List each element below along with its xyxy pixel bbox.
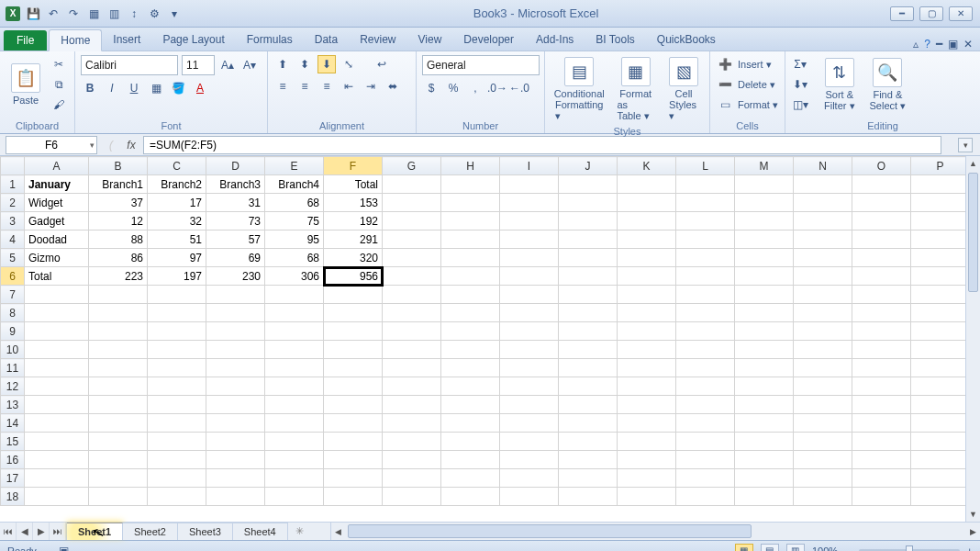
cell[interactable] (618, 396, 676, 414)
cell[interactable] (852, 212, 911, 231)
cell[interactable] (735, 304, 794, 322)
cell[interactable] (618, 249, 676, 267)
column-header[interactable]: P (911, 157, 970, 175)
cell[interactable] (911, 194, 970, 212)
macro-record-icon[interactable]: ▣ (55, 542, 73, 552)
page-break-view-button[interactable]: ▥ (786, 544, 805, 552)
cell[interactable] (852, 175, 911, 194)
cell[interactable]: 291 (324, 231, 383, 249)
cell[interactable]: 95 (265, 231, 324, 249)
increase-indent-icon[interactable]: ⇥ (362, 77, 380, 96)
cell[interactable] (852, 469, 911, 488)
cell[interactable] (735, 231, 794, 249)
cell[interactable] (441, 377, 500, 396)
cell[interactable]: Total (25, 267, 89, 286)
align-bottom-icon[interactable]: ⬇ (317, 55, 336, 73)
cell[interactable] (89, 322, 148, 341)
column-header[interactable]: C (148, 157, 206, 175)
doc-minimize-icon[interactable]: ━ (936, 38, 942, 51)
cell[interactable] (324, 341, 383, 359)
cell[interactable] (148, 286, 206, 304)
cell[interactable] (911, 469, 970, 488)
new-sheet-icon[interactable]: ✳ (288, 523, 312, 540)
number-format-select[interactable] (422, 55, 540, 75)
cell[interactable] (324, 396, 383, 414)
cell[interactable] (676, 469, 735, 488)
cell[interactable] (911, 249, 970, 267)
cell[interactable] (324, 469, 383, 488)
cell[interactable] (559, 249, 618, 267)
fx-icon[interactable]: fx (123, 137, 139, 153)
cell[interactable] (441, 396, 500, 414)
cell[interactable] (794, 469, 852, 488)
cell[interactable]: 69 (206, 249, 265, 267)
cell[interactable] (618, 231, 676, 249)
cell[interactable]: January (25, 175, 89, 194)
cell[interactable]: 223 (89, 267, 148, 286)
cell[interactable] (148, 322, 206, 341)
cell[interactable] (324, 433, 383, 451)
sheet-nav-prev-icon[interactable]: ◀ (17, 523, 33, 540)
cell[interactable] (383, 469, 441, 488)
cell[interactable] (89, 414, 148, 433)
increase-decimal-icon[interactable]: .0→ (488, 79, 507, 97)
scroll-down-icon[interactable]: ▼ (966, 507, 980, 522)
cell[interactable] (559, 286, 618, 304)
cell[interactable] (676, 341, 735, 359)
cell[interactable] (441, 194, 500, 212)
align-left-icon[interactable]: ≡ (273, 77, 292, 96)
cell[interactable] (559, 359, 618, 377)
cell[interactable] (676, 322, 735, 341)
cell[interactable] (735, 194, 794, 212)
cell[interactable] (206, 322, 265, 341)
cell[interactable] (852, 488, 911, 506)
cell[interactable] (852, 249, 911, 267)
cell[interactable] (383, 341, 441, 359)
cell[interactable] (911, 267, 970, 286)
align-top-icon[interactable]: ⬆ (273, 55, 292, 73)
cell[interactable] (441, 359, 500, 377)
scroll-thumb[interactable] (348, 524, 752, 538)
cell[interactable] (25, 304, 89, 322)
cell[interactable] (559, 194, 618, 212)
cell[interactable] (794, 249, 852, 267)
cell[interactable] (89, 433, 148, 451)
cell[interactable] (265, 488, 324, 506)
scroll-up-icon[interactable]: ▲ (966, 156, 980, 171)
row-header[interactable]: 14 (1, 414, 25, 433)
cell[interactable] (559, 231, 618, 249)
cell[interactable] (265, 286, 324, 304)
cell[interactable] (383, 396, 441, 414)
ribbon-tab-insert[interactable]: Insert (102, 29, 151, 51)
sort-filter-button[interactable]: ⇅Sort &Filter ▾ (819, 56, 861, 114)
cell[interactable] (559, 488, 618, 506)
column-header[interactable]: G (383, 157, 441, 175)
cell[interactable] (441, 267, 500, 286)
sheet-tab-sheet3[interactable]: Sheet3 (178, 523, 233, 540)
sheet-nav-next-icon[interactable]: ▶ (33, 523, 50, 540)
column-header[interactable]: J (559, 157, 618, 175)
cell[interactable] (324, 488, 383, 506)
ribbon-tab-view[interactable]: View (407, 29, 453, 51)
cell[interactable] (676, 304, 735, 322)
select-all-corner[interactable] (1, 157, 25, 175)
cell[interactable] (383, 231, 441, 249)
cell[interactable] (500, 341, 559, 359)
row-header[interactable]: 13 (1, 396, 25, 414)
cell[interactable] (559, 451, 618, 469)
cell[interactable] (441, 341, 500, 359)
align-right-icon[interactable]: ≡ (317, 77, 336, 96)
cell[interactable] (500, 212, 559, 231)
cell[interactable]: Gizmo (25, 249, 89, 267)
ribbon-minimize-icon[interactable]: ▵ (913, 38, 919, 51)
cell[interactable] (148, 396, 206, 414)
cell[interactable]: Doodad (25, 231, 89, 249)
file-tab[interactable]: File (4, 30, 47, 51)
cell[interactable] (89, 359, 148, 377)
cell[interactable]: 153 (324, 194, 383, 212)
cell[interactable] (911, 286, 970, 304)
percent-format-icon[interactable]: % (444, 79, 462, 97)
cell[interactable] (852, 433, 911, 451)
row-header[interactable]: 6 (1, 267, 25, 286)
decrease-decimal-icon[interactable]: ←.0 (510, 79, 529, 97)
